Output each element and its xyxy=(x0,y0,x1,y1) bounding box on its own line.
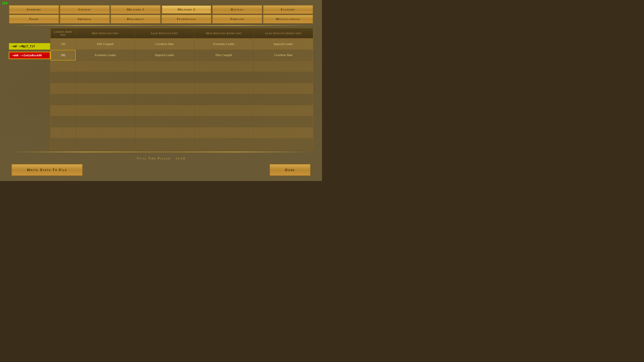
empty-cell xyxy=(135,72,194,83)
table-row xyxy=(51,116,313,127)
table-row xyxy=(51,83,313,94)
tab-trade[interactable]: Trade xyxy=(9,15,59,24)
empty-cell xyxy=(194,72,254,83)
header-most-effective-enemy: Most Effective Enemy Unit xyxy=(194,28,254,38)
empty-cell xyxy=(194,127,254,138)
table-row xyxy=(51,94,313,105)
empty-cell xyxy=(51,83,76,94)
empty-cell xyxy=(76,94,135,105)
empty-cell xyxy=(194,94,254,105)
player-1-name: ~eW`->M@(T_T)Y xyxy=(9,43,50,50)
tab-technology[interactable]: Technology xyxy=(161,15,212,24)
empty-cell xyxy=(135,94,194,105)
empty-cell xyxy=(135,83,194,94)
write-stats-button[interactable]: Write Stats To File xyxy=(11,164,83,176)
p1-most-effective: Elite Catapult xyxy=(76,39,135,50)
player-2-name: ~eWA`->IndieRock00 xyxy=(9,52,50,59)
empty-cell xyxy=(254,138,313,149)
table-row: 292 Economic Leader Imperial Leader Elit… xyxy=(51,50,313,61)
empty-cell xyxy=(51,138,76,149)
p2-army-size: 292 xyxy=(51,50,76,61)
tab-imperial[interactable]: Imperial xyxy=(60,15,110,24)
bottom-buttons: Write Stats To File Done xyxy=(9,164,313,176)
data-table: Largest Army Size Most Effective Unit Le… xyxy=(50,28,313,150)
p1-least-effective: Crossbow Man xyxy=(135,39,194,50)
tab-diplomacy[interactable]: Diplomacy xyxy=(110,15,161,24)
tab-military1[interactable]: Military 1 xyxy=(110,5,161,14)
content-area: ~eW`->M@(T_T)Y ~eWA`->IndieRock00 Larges… xyxy=(9,28,313,150)
empty-cell xyxy=(51,116,76,127)
header-army-size: Largest Army Size xyxy=(51,28,76,38)
header-least-effective: Least Effective Unit xyxy=(135,28,194,38)
tab-miscellaneous[interactable]: Miscellaneous xyxy=(263,15,313,24)
p1-army-size: 100 xyxy=(51,39,76,50)
p2-most-effective-enemy: Elite Catapult xyxy=(194,50,254,61)
empty-cell xyxy=(51,94,76,105)
bottom-divider xyxy=(9,152,313,152)
main-container: Summary Crowns Military 1 Military 2 Bat… xyxy=(9,5,313,176)
tab-crowns[interactable]: Crowns xyxy=(60,5,110,14)
tab-battles[interactable]: Battles xyxy=(212,5,262,14)
time-display: Total Time Played: 13:10 xyxy=(9,154,313,162)
table-row xyxy=(51,61,313,72)
empty-cell xyxy=(194,83,254,94)
empty-cell xyxy=(194,61,254,72)
table-row xyxy=(51,105,313,116)
header-most-effective: Most Effective Unit xyxy=(76,28,135,38)
empty-cell xyxy=(51,105,76,116)
empty-cell xyxy=(51,72,76,83)
table-row xyxy=(51,72,313,83)
empty-cell xyxy=(194,138,254,149)
table-row xyxy=(51,127,313,138)
empty-cell xyxy=(254,127,313,138)
tab-military2[interactable]: Military 2 xyxy=(161,5,212,14)
empty-cell xyxy=(254,94,313,105)
empty-cell xyxy=(51,61,76,72)
empty-cell xyxy=(76,116,135,127)
empty-cell xyxy=(76,83,135,94)
table-row: 100 Elite Catapult Crossbow Man Economic… xyxy=(51,39,313,50)
empty-cell xyxy=(194,105,254,116)
empty-cell xyxy=(254,105,313,116)
fps-counter: 119 xyxy=(2,2,8,5)
p2-least-effective: Imperial Leader xyxy=(135,50,194,61)
tab-timeline[interactable]: Timeline xyxy=(212,15,262,24)
nav-tabs: Summary Crowns Military 1 Military 2 Bat… xyxy=(9,5,313,24)
empty-cell xyxy=(135,61,194,72)
table-body: 100 Elite Catapult Crossbow Man Economic… xyxy=(51,39,313,149)
empty-cell xyxy=(135,127,194,138)
tab-economy[interactable]: Economy xyxy=(263,5,313,14)
empty-cell xyxy=(254,72,313,83)
empty-cell xyxy=(254,61,313,72)
table-row xyxy=(51,138,313,149)
empty-cell xyxy=(76,138,135,149)
empty-cell xyxy=(135,116,194,127)
done-button[interactable]: Done xyxy=(269,164,311,176)
empty-cell xyxy=(254,83,313,94)
tab-summary[interactable]: Summary xyxy=(9,5,59,14)
table-header: Largest Army Size Most Effective Unit Le… xyxy=(51,28,313,39)
header-least-effective-enemy: Least Effective Enemy Unit xyxy=(254,28,313,38)
top-divider xyxy=(9,25,313,26)
p2-most-effective: Economic Leader xyxy=(76,50,135,61)
empty-cell xyxy=(76,61,135,72)
empty-cell xyxy=(76,127,135,138)
empty-cell xyxy=(194,116,254,127)
time-value: 13:10 xyxy=(175,156,185,160)
empty-cell xyxy=(76,72,135,83)
empty-cell xyxy=(135,105,194,116)
empty-cell xyxy=(51,127,76,138)
p2-least-effective-enemy: Crossbow Man xyxy=(254,50,313,61)
p1-most-effective-enemy: Economic Leader xyxy=(194,39,254,50)
time-label: Total Time Played: xyxy=(137,156,171,160)
empty-cell xyxy=(135,138,194,149)
left-panel: ~eW`->M@(T_T)Y ~eWA`->IndieRock00 xyxy=(9,28,50,150)
p1-least-effective-enemy: Imperial Leader xyxy=(254,39,313,50)
empty-cell xyxy=(76,105,135,116)
empty-cell xyxy=(254,116,313,127)
